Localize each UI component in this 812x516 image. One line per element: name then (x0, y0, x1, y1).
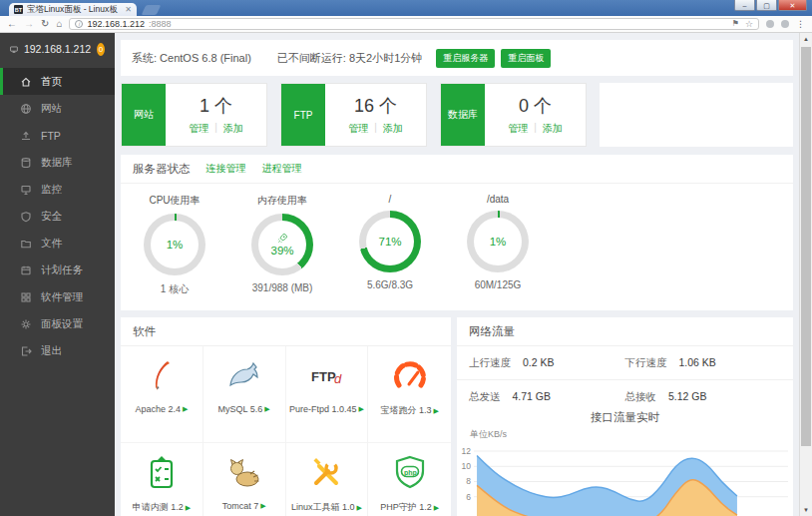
sidebar-item-database[interactable]: 数据库 (0, 149, 115, 176)
sidebar-item-website[interactable]: 网站 (0, 95, 115, 122)
memory-ring: 39% (251, 214, 313, 275)
home-icon[interactable]: ⌂ (56, 19, 62, 29)
apache-feather-icon (144, 358, 180, 394)
back-icon[interactable]: ← (7, 19, 17, 29)
panel-title: 服务器状态 (133, 162, 191, 177)
sidebar-item-cron[interactable]: 计划任务 (0, 257, 115, 283)
computer-icon (10, 44, 18, 55)
tomcat-cat-icon (226, 455, 262, 491)
scroll-down-icon[interactable]: ▼ (800, 504, 812, 516)
connection-manage-link[interactable]: 连接管理 (206, 162, 246, 176)
vertical-scrollbar[interactable]: ▲ ▼ (799, 33, 812, 516)
clipboard-check-icon (144, 455, 180, 491)
stat-card-database: 数据库 0 个 管理 | 添加 (440, 83, 587, 147)
sidebar-item-files[interactable]: 文件 (0, 230, 115, 257)
process-manage-link[interactable]: 进程管理 (262, 162, 302, 176)
bookmark-star-icon[interactable]: ☆ (745, 20, 753, 29)
browser-menu-icon[interactable]: ⋮ (796, 20, 805, 29)
stat-card-ftp: FTP 16 个 管理 | 添加 (280, 83, 427, 147)
monitor-icon (20, 184, 32, 196)
browser-titlebar: BT 宝塔Linux面板 - Linux板 ✕ – ▢ ✕ (0, 0, 812, 16)
data-disk-ring: 1% (467, 211, 529, 272)
up-speed-value: 0.2 KB (523, 356, 555, 370)
up-speed-label: 上行速度 (469, 356, 511, 370)
chart-title: 接口流量实时 (457, 410, 793, 425)
panel-title: 软件 (133, 324, 156, 339)
software-apache[interactable]: Apache 2.4▶ (121, 346, 203, 443)
ftp-add-link[interactable]: 添加 (383, 122, 403, 136)
software-mysql[interactable]: MySQL 5.6▶ (203, 346, 286, 443)
scrollbar-thumb[interactable] (801, 47, 811, 446)
server-status-panel: 服务器状态 连接管理 进程管理 CPU使用率 1% 1 核心 内存使用率 (121, 155, 793, 310)
svg-text:FTP: FTP (311, 369, 336, 384)
upload-icon (20, 130, 32, 142)
extension-icon[interactable] (781, 20, 789, 28)
gauge-cpu: CPU使用率 1% 1 核心 (121, 194, 228, 296)
ftp-count: 16 个 (354, 94, 397, 118)
plugin-icon[interactable]: ⚑ (732, 20, 739, 28)
database-count: 0 个 (519, 94, 552, 118)
svg-text:12: 12 (462, 446, 472, 456)
svg-text:8: 8 (466, 477, 471, 487)
tab-close-icon[interactable]: ✕ (125, 5, 132, 14)
software-pureftpd[interactable]: FTP d Pure-Ftpd 1.0.45▶ (286, 346, 369, 443)
play-icon: ▶ (433, 407, 438, 415)
forward-icon[interactable]: → (24, 19, 34, 29)
play-icon: ▶ (186, 504, 191, 512)
minimize-button[interactable]: – (734, 0, 755, 11)
sidebar-item-settings[interactable]: 面板设置 (0, 310, 115, 337)
sidebar-item-home[interactable]: 首页 (0, 68, 115, 95)
software-benchmark[interactable]: 宝塔跑分 1.3▶ (368, 346, 451, 443)
browser-tab[interactable]: BT 宝塔Linux面板 - Linux板 ✕ (9, 3, 137, 16)
play-icon: ▶ (264, 405, 269, 413)
mysql-dolphin-icon (226, 358, 262, 394)
apps-grid-icon (20, 291, 32, 303)
browser-toolbar: ← → ↻ ⌂ i 192.168.1.212:8888 ⚑ ☆ ⋮ (0, 16, 812, 33)
total-recv-value: 5.12 GB (668, 390, 707, 404)
sidebar-item-monitor[interactable]: 监控 (0, 176, 115, 203)
database-add-link[interactable]: 添加 (543, 122, 563, 136)
database-icon (20, 157, 32, 169)
uptime-label: 已不间断运行: 8天2小时1分钟 (277, 51, 422, 66)
new-tab-button[interactable] (142, 5, 162, 15)
sidebar-menu: 首页 网站 FTP 数据库 监控 安全 (0, 68, 115, 364)
tools-icon (308, 455, 344, 491)
website-add-link[interactable]: 添加 (223, 122, 243, 136)
software-php-guard[interactable]: php PHP守护 1.2▶ (368, 443, 451, 516)
globe-icon (20, 103, 32, 115)
message-badge[interactable]: 0 (97, 43, 105, 56)
page-info-icon[interactable]: i (75, 20, 83, 28)
folder-icon (20, 238, 32, 250)
sidebar-item-ftp[interactable]: FTP (0, 122, 115, 149)
sidebar-item-security[interactable]: 安全 (0, 203, 115, 230)
software-beta-apply[interactable]: 申请内测 1.2▶ (121, 443, 203, 516)
window-controls: – ▢ ✕ (733, 0, 807, 11)
gauge-memory: 内存使用率 39% 391/988 (MB) (228, 194, 336, 296)
server-ip: 192.168.1.212 (24, 43, 91, 55)
card-tag: 数据库 (441, 84, 485, 146)
chart-unit-label: 单位KB/s (470, 428, 793, 441)
svg-text:php: php (404, 469, 417, 477)
gauge-root-disk: / 71% 5.6G/8.3G (336, 194, 444, 296)
maximize-button[interactable]: ▢ (756, 0, 777, 11)
restart-server-button[interactable]: 重启服务器 (436, 49, 495, 68)
website-manage-link[interactable]: 管理 (189, 122, 208, 136)
sidebar-item-logout[interactable]: 退出 (0, 337, 115, 364)
ftp-manage-link[interactable]: 管理 (348, 122, 368, 136)
restart-panel-button[interactable]: 重启面板 (501, 49, 551, 68)
sidebar-item-software[interactable]: 软件管理 (0, 283, 115, 310)
address-bar[interactable]: i 192.168.1.212:8888 ⚑ ☆ (69, 18, 759, 30)
svg-text:d: d (334, 371, 342, 386)
extension-icon[interactable] (766, 20, 774, 28)
scroll-up-icon[interactable]: ▲ (800, 33, 812, 45)
software-linux-toolbox[interactable]: Linux工具箱 1.0▶ (286, 443, 369, 516)
reload-icon[interactable]: ↻ (41, 19, 49, 29)
rocket-icon (277, 233, 288, 244)
server-ip-header: 192.168.1.212 0 (0, 37, 115, 61)
close-button[interactable]: ✕ (778, 0, 807, 11)
shield-icon (20, 211, 32, 223)
svg-text:10: 10 (462, 461, 472, 471)
database-manage-link[interactable]: 管理 (508, 122, 528, 136)
card-tag: 网站 (122, 84, 166, 146)
software-tomcat[interactable]: Tomcat 7▶ (203, 443, 286, 516)
